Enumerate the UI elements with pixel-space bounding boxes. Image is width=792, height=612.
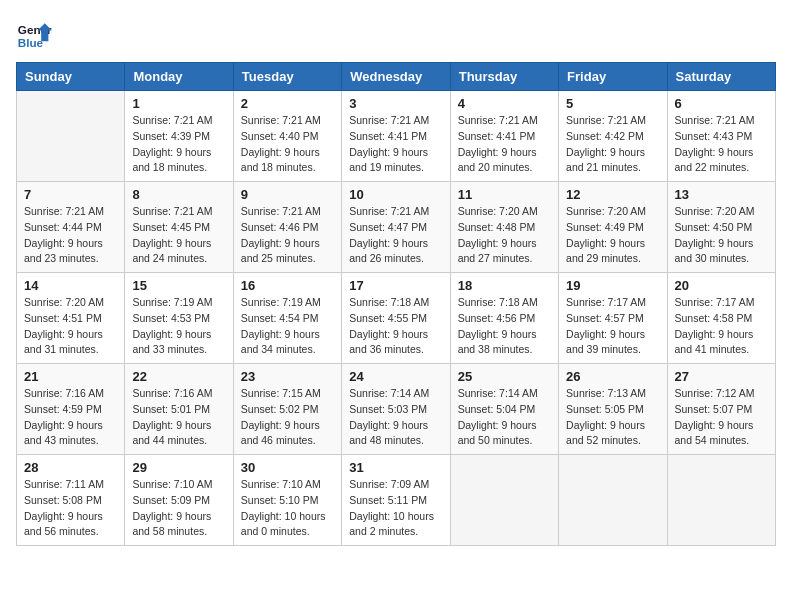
day-number: 18 [458,278,551,293]
day-number: 8 [132,187,225,202]
day-number: 4 [458,96,551,111]
day-number: 21 [24,369,117,384]
day-number: 3 [349,96,442,111]
day-cell: 6Sunrise: 7:21 AMSunset: 4:43 PMDaylight… [667,91,775,182]
day-cell: 11Sunrise: 7:20 AMSunset: 4:48 PMDayligh… [450,182,558,273]
day-info: Sunrise: 7:18 AMSunset: 4:55 PMDaylight:… [349,295,442,358]
day-info: Sunrise: 7:10 AMSunset: 5:09 PMDaylight:… [132,477,225,540]
day-cell: 29Sunrise: 7:10 AMSunset: 5:09 PMDayligh… [125,455,233,546]
day-cell [17,91,125,182]
header-day-thursday: Thursday [450,63,558,91]
day-info: Sunrise: 7:21 AMSunset: 4:47 PMDaylight:… [349,204,442,267]
day-number: 27 [675,369,768,384]
logo: General Blue [16,16,52,52]
day-info: Sunrise: 7:20 AMSunset: 4:50 PMDaylight:… [675,204,768,267]
day-number: 23 [241,369,334,384]
day-cell: 17Sunrise: 7:18 AMSunset: 4:55 PMDayligh… [342,273,450,364]
day-cell: 13Sunrise: 7:20 AMSunset: 4:50 PMDayligh… [667,182,775,273]
day-info: Sunrise: 7:21 AMSunset: 4:45 PMDaylight:… [132,204,225,267]
day-cell: 27Sunrise: 7:12 AMSunset: 5:07 PMDayligh… [667,364,775,455]
day-info: Sunrise: 7:21 AMSunset: 4:44 PMDaylight:… [24,204,117,267]
day-cell: 7Sunrise: 7:21 AMSunset: 4:44 PMDaylight… [17,182,125,273]
day-cell: 22Sunrise: 7:16 AMSunset: 5:01 PMDayligh… [125,364,233,455]
day-info: Sunrise: 7:20 AMSunset: 4:49 PMDaylight:… [566,204,659,267]
day-cell: 5Sunrise: 7:21 AMSunset: 4:42 PMDaylight… [559,91,667,182]
day-info: Sunrise: 7:10 AMSunset: 5:10 PMDaylight:… [241,477,334,540]
header-day-friday: Friday [559,63,667,91]
day-cell: 20Sunrise: 7:17 AMSunset: 4:58 PMDayligh… [667,273,775,364]
day-number: 25 [458,369,551,384]
day-number: 10 [349,187,442,202]
day-number: 16 [241,278,334,293]
day-info: Sunrise: 7:21 AMSunset: 4:41 PMDaylight:… [458,113,551,176]
day-cell: 8Sunrise: 7:21 AMSunset: 4:45 PMDaylight… [125,182,233,273]
day-cell: 12Sunrise: 7:20 AMSunset: 4:49 PMDayligh… [559,182,667,273]
day-cell: 30Sunrise: 7:10 AMSunset: 5:10 PMDayligh… [233,455,341,546]
day-number: 6 [675,96,768,111]
day-info: Sunrise: 7:19 AMSunset: 4:54 PMDaylight:… [241,295,334,358]
day-cell: 18Sunrise: 7:18 AMSunset: 4:56 PMDayligh… [450,273,558,364]
day-number: 11 [458,187,551,202]
day-cell: 31Sunrise: 7:09 AMSunset: 5:11 PMDayligh… [342,455,450,546]
day-number: 7 [24,187,117,202]
day-info: Sunrise: 7:21 AMSunset: 4:39 PMDaylight:… [132,113,225,176]
day-info: Sunrise: 7:21 AMSunset: 4:43 PMDaylight:… [675,113,768,176]
day-number: 30 [241,460,334,475]
day-number: 5 [566,96,659,111]
day-number: 28 [24,460,117,475]
day-number: 9 [241,187,334,202]
week-row-5: 28Sunrise: 7:11 AMSunset: 5:08 PMDayligh… [17,455,776,546]
day-number: 14 [24,278,117,293]
day-number: 31 [349,460,442,475]
day-cell: 19Sunrise: 7:17 AMSunset: 4:57 PMDayligh… [559,273,667,364]
day-cell: 14Sunrise: 7:20 AMSunset: 4:51 PMDayligh… [17,273,125,364]
day-info: Sunrise: 7:14 AMSunset: 5:03 PMDaylight:… [349,386,442,449]
day-cell: 2Sunrise: 7:21 AMSunset: 4:40 PMDaylight… [233,91,341,182]
day-cell: 3Sunrise: 7:21 AMSunset: 4:41 PMDaylight… [342,91,450,182]
day-number: 19 [566,278,659,293]
day-info: Sunrise: 7:21 AMSunset: 4:46 PMDaylight:… [241,204,334,267]
week-row-3: 14Sunrise: 7:20 AMSunset: 4:51 PMDayligh… [17,273,776,364]
day-info: Sunrise: 7:16 AMSunset: 4:59 PMDaylight:… [24,386,117,449]
day-cell: 15Sunrise: 7:19 AMSunset: 4:53 PMDayligh… [125,273,233,364]
day-number: 24 [349,369,442,384]
day-info: Sunrise: 7:11 AMSunset: 5:08 PMDaylight:… [24,477,117,540]
day-info: Sunrise: 7:09 AMSunset: 5:11 PMDaylight:… [349,477,442,540]
calendar-table: SundayMondayTuesdayWednesdayThursdayFrid… [16,62,776,546]
day-cell: 26Sunrise: 7:13 AMSunset: 5:05 PMDayligh… [559,364,667,455]
day-info: Sunrise: 7:18 AMSunset: 4:56 PMDaylight:… [458,295,551,358]
header-day-monday: Monday [125,63,233,91]
day-info: Sunrise: 7:17 AMSunset: 4:57 PMDaylight:… [566,295,659,358]
header: General Blue [16,16,776,52]
day-number: 2 [241,96,334,111]
day-number: 13 [675,187,768,202]
header-day-sunday: Sunday [17,63,125,91]
logo-icon: General Blue [16,16,52,52]
day-info: Sunrise: 7:19 AMSunset: 4:53 PMDaylight:… [132,295,225,358]
day-cell: 10Sunrise: 7:21 AMSunset: 4:47 PMDayligh… [342,182,450,273]
header-day-saturday: Saturday [667,63,775,91]
day-cell [559,455,667,546]
week-row-2: 7Sunrise: 7:21 AMSunset: 4:44 PMDaylight… [17,182,776,273]
day-info: Sunrise: 7:17 AMSunset: 4:58 PMDaylight:… [675,295,768,358]
day-number: 29 [132,460,225,475]
day-number: 20 [675,278,768,293]
day-info: Sunrise: 7:13 AMSunset: 5:05 PMDaylight:… [566,386,659,449]
header-day-tuesday: Tuesday [233,63,341,91]
day-cell: 16Sunrise: 7:19 AMSunset: 4:54 PMDayligh… [233,273,341,364]
day-info: Sunrise: 7:21 AMSunset: 4:42 PMDaylight:… [566,113,659,176]
day-cell: 21Sunrise: 7:16 AMSunset: 4:59 PMDayligh… [17,364,125,455]
day-number: 22 [132,369,225,384]
day-cell: 23Sunrise: 7:15 AMSunset: 5:02 PMDayligh… [233,364,341,455]
day-info: Sunrise: 7:21 AMSunset: 4:41 PMDaylight:… [349,113,442,176]
day-info: Sunrise: 7:12 AMSunset: 5:07 PMDaylight:… [675,386,768,449]
day-cell: 4Sunrise: 7:21 AMSunset: 4:41 PMDaylight… [450,91,558,182]
day-info: Sunrise: 7:15 AMSunset: 5:02 PMDaylight:… [241,386,334,449]
day-cell: 25Sunrise: 7:14 AMSunset: 5:04 PMDayligh… [450,364,558,455]
svg-text:Blue: Blue [18,36,44,49]
day-cell: 9Sunrise: 7:21 AMSunset: 4:46 PMDaylight… [233,182,341,273]
day-info: Sunrise: 7:14 AMSunset: 5:04 PMDaylight:… [458,386,551,449]
day-cell: 24Sunrise: 7:14 AMSunset: 5:03 PMDayligh… [342,364,450,455]
header-row: SundayMondayTuesdayWednesdayThursdayFrid… [17,63,776,91]
day-number: 26 [566,369,659,384]
